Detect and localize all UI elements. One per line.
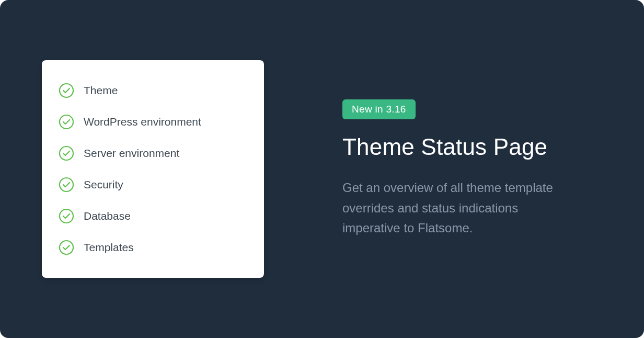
status-label: Templates [84,241,134,254]
svg-point-4 [60,209,73,223]
status-item-security: Security [59,169,247,200]
status-item-server-environment: Server environment [59,138,247,169]
version-badge: New in 3.16 [342,99,416,119]
status-label: Server environment [84,147,179,160]
status-label: WordPress environment [84,116,201,128]
svg-point-3 [60,178,73,191]
check-circle-icon [59,208,74,224]
feature-content: New in 3.16 Theme Status Page Get an ove… [342,99,602,238]
svg-point-2 [60,147,73,160]
feature-panel: Theme WordPress environment Server envir… [0,0,644,338]
svg-point-5 [60,241,73,254]
status-card: Theme WordPress environment Server envir… [42,60,264,278]
check-circle-icon [59,240,74,255]
svg-point-0 [60,84,73,97]
check-circle-icon [59,145,74,161]
check-circle-icon [59,177,74,193]
status-item-theme: Theme [59,75,247,106]
status-item-database: Database [59,200,247,232]
feature-description: Get an overview of all theme template ov… [342,178,567,238]
feature-title: Theme Status Page [342,134,602,160]
status-item-templates: Templates [59,232,247,263]
status-label: Database [84,210,131,222]
check-circle-icon [59,83,74,98]
status-label: Security [84,178,123,191]
svg-point-1 [60,115,73,129]
check-circle-icon [59,114,74,130]
status-label: Theme [84,84,118,97]
status-item-wordpress-environment: WordPress environment [59,106,247,138]
